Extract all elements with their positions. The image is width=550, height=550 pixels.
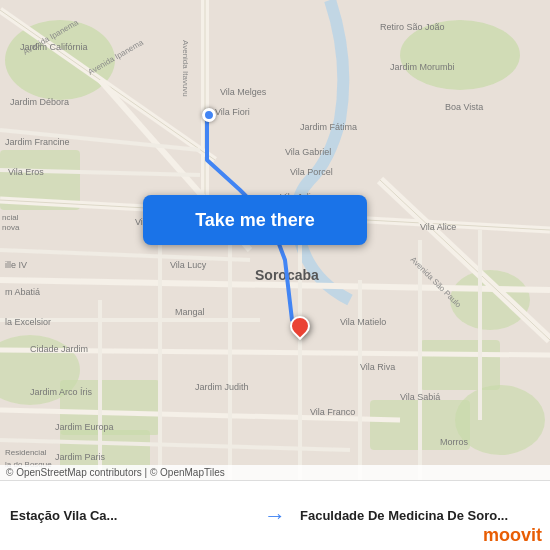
destination-pin [290,316,310,336]
to-station-name: Faculdade De Medicina De Soro... [300,508,540,523]
from-station-name: Estação Vila Ca... [10,508,250,523]
svg-text:Jardim Califórnia: Jardim Califórnia [20,42,88,52]
svg-text:Vila Fiori: Vila Fiori [215,107,250,117]
svg-text:Avenida Itavuvu: Avenida Itavuvu [181,40,190,97]
svg-text:Mangal: Mangal [175,307,205,317]
moovit-logo: moovit [483,525,542,546]
take-me-there-button[interactable]: Take me there [143,195,367,245]
svg-rect-6 [60,430,150,470]
svg-text:Vila Gabriel: Vila Gabriel [285,147,331,157]
bottom-bar: Estação Vila Ca... → Faculdade De Medici… [0,480,550,550]
svg-text:Residencial: Residencial [5,448,47,457]
moovit-label: moovit [483,525,542,546]
svg-text:la Excelsior: la Excelsior [5,317,51,327]
copyright-bar: © OpenStreetMap contributors | © OpenMap… [0,465,550,480]
svg-text:Jardim Fátima: Jardim Fátima [300,122,357,132]
svg-text:Jardim Judith: Jardim Judith [195,382,249,392]
arrow-icon: → [264,503,286,529]
svg-text:Jardim Morumbi: Jardim Morumbi [390,62,455,72]
svg-text:Jardim Francine: Jardim Francine [5,137,70,147]
origin-pin [202,108,216,122]
svg-text:ncial: ncial [2,213,19,222]
svg-text:nova: nova [2,223,20,232]
svg-text:Vila Alice: Vila Alice [420,222,456,232]
map-area: Avenida Ipanema Avenida Ipanema Avenida … [0,0,550,480]
svg-text:m Abatiá: m Abatiá [5,287,40,297]
svg-text:Jardim Arco Íris: Jardim Arco Íris [30,387,93,397]
to-station: Faculdade De Medicina De Soro... [300,508,540,523]
copyright-text: © OpenStreetMap contributors | © OpenMap… [6,467,225,478]
svg-text:ille IV: ille IV [5,260,27,270]
svg-text:Jardim Paris: Jardim Paris [55,452,106,462]
svg-text:Vila Eros: Vila Eros [8,167,44,177]
svg-text:Jardim Europa: Jardim Europa [55,422,114,432]
svg-text:Vila Lucy: Vila Lucy [170,260,207,270]
svg-text:Vila Franco: Vila Franco [310,407,355,417]
svg-text:Jardim Débora: Jardim Débora [10,97,69,107]
svg-text:Morros: Morros [440,437,469,447]
svg-text:Vila Sabiá: Vila Sabiá [400,392,440,402]
route-arrow: → [250,503,300,529]
svg-text:Vila Melges: Vila Melges [220,87,267,97]
svg-text:Cidade Jardim: Cidade Jardim [30,344,88,354]
from-station: Estação Vila Ca... [10,508,250,523]
svg-text:Vila Matielo: Vila Matielo [340,317,386,327]
svg-text:Vila Riva: Vila Riva [360,362,395,372]
svg-rect-8 [420,340,500,390]
svg-text:Vi: Vi [135,217,143,227]
svg-text:Boa Vista: Boa Vista [445,102,483,112]
svg-text:Vila Porcel: Vila Porcel [290,167,333,177]
svg-point-10 [455,385,545,455]
svg-text:Retiro São João: Retiro São João [380,22,445,32]
